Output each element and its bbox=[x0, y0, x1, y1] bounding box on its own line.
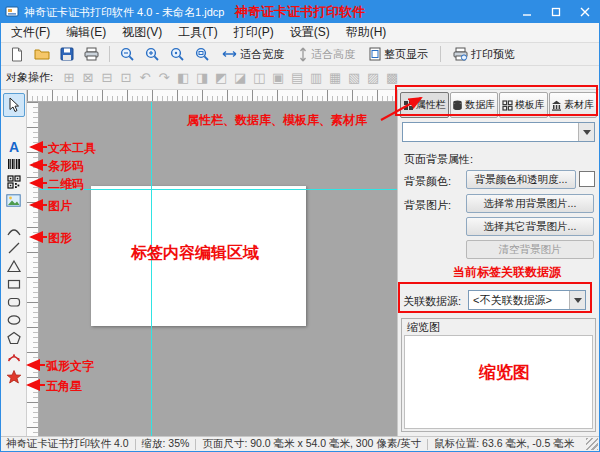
tab-materials[interactable]: 素材库 bbox=[549, 92, 598, 118]
tab-templates[interactable]: 模板库 bbox=[499, 92, 548, 118]
copy-icon[interactable]: ⊞ bbox=[60, 69, 78, 87]
new-document-button[interactable] bbox=[6, 44, 28, 64]
label-page[interactable] bbox=[91, 186, 306, 326]
open-file-button[interactable] bbox=[30, 44, 54, 64]
toolbar-separator bbox=[109, 46, 110, 62]
rounded-rectangle-tool-button[interactable] bbox=[3, 293, 25, 311]
close-button[interactable] bbox=[570, 1, 599, 23]
tab-properties-label: 属性栏 bbox=[416, 98, 446, 112]
app-window: 神奇证卡证书打印软件 4.0 - 未命名1.jdcp 神奇证卡证书打印软件 文件… bbox=[0, 0, 600, 452]
select-tool-button[interactable] bbox=[3, 93, 25, 117]
fit-width-label: 适合宽度 bbox=[240, 47, 284, 62]
maximize-button[interactable] bbox=[541, 1, 570, 23]
menu-edit[interactable]: 编辑(E) bbox=[58, 23, 114, 42]
same-size-icon[interactable]: ▦ bbox=[326, 69, 344, 87]
save-icon bbox=[60, 47, 74, 61]
materials-tab-icon bbox=[551, 100, 562, 111]
same-height-icon[interactable]: ▥ bbox=[307, 69, 325, 87]
arc-shape-icon bbox=[6, 223, 22, 237]
tab-database[interactable]: 数据库 bbox=[450, 92, 499, 118]
tool-palette: A bbox=[1, 90, 27, 436]
minimize-button[interactable] bbox=[512, 1, 541, 23]
rotate-icon[interactable]: ▩ bbox=[383, 69, 401, 87]
design-canvas[interactable] bbox=[39, 102, 397, 436]
cut-icon[interactable]: ⊠ bbox=[79, 69, 97, 87]
status-separator bbox=[195, 439, 196, 450]
zoom-in-button[interactable] bbox=[141, 44, 164, 64]
text-tool-button[interactable]: A bbox=[3, 137, 25, 155]
paste-icon[interactable]: ⊟ bbox=[98, 69, 116, 87]
triangle-tool-button[interactable] bbox=[3, 257, 25, 275]
arc-text-tool-button[interactable] bbox=[3, 347, 25, 365]
delete-icon[interactable]: ⊡ bbox=[117, 69, 135, 87]
bg-other-image-button[interactable]: 选择其它背景图片... bbox=[466, 217, 594, 236]
redo-icon[interactable]: ↷ bbox=[155, 69, 173, 87]
status-mouse-position: 鼠标位置: 63.6 毫米, -0.5 毫米 bbox=[434, 437, 574, 451]
align-left-icon[interactable]: ◧ bbox=[174, 69, 192, 87]
status-bar: 神奇证卡证书打印软件 4.0 缩放: 35% 页面尺寸: 90.0 毫米 x 5… bbox=[1, 436, 599, 451]
printer-icon bbox=[84, 47, 99, 61]
status-zoom: 缩放: 35% bbox=[142, 437, 190, 451]
menu-help[interactable]: 帮助(H) bbox=[338, 23, 395, 42]
fit-height-button[interactable]: 适合高度 bbox=[292, 44, 361, 64]
rectangle-shape-icon bbox=[6, 277, 22, 291]
full-page-icon bbox=[369, 47, 381, 61]
line-tool-button[interactable] bbox=[3, 239, 25, 257]
template-select-dropdown-button[interactable] bbox=[578, 123, 594, 141]
print-button[interactable] bbox=[80, 44, 103, 64]
menu-file[interactable]: 文件(F) bbox=[3, 23, 58, 42]
align-bottom-icon[interactable]: ◪ bbox=[231, 69, 249, 87]
fit-width-icon bbox=[222, 49, 237, 59]
resize-grip[interactable] bbox=[586, 438, 598, 450]
zoom-region-button[interactable] bbox=[191, 44, 214, 64]
datasource-select-value: <不关联数据源> bbox=[469, 293, 569, 308]
same-width-icon[interactable]: ▤ bbox=[288, 69, 306, 87]
zoom-out-button[interactable] bbox=[116, 44, 139, 64]
rectangle-tool-button[interactable] bbox=[3, 275, 25, 293]
align-top-icon[interactable]: ◩ bbox=[212, 69, 230, 87]
menu-settings[interactable]: 设置(S) bbox=[282, 23, 338, 42]
polygon-tool-button[interactable] bbox=[3, 329, 25, 347]
bg-image-label: 背景图片: bbox=[404, 198, 451, 213]
star-tool-button[interactable] bbox=[3, 367, 25, 385]
tab-templates-label: 模板库 bbox=[515, 98, 545, 112]
star-icon bbox=[6, 369, 22, 384]
undo-icon[interactable]: ↶ bbox=[136, 69, 154, 87]
minimize-icon bbox=[522, 7, 532, 17]
tab-properties[interactable]: 属性栏 bbox=[400, 92, 449, 118]
ellipse-shape-icon bbox=[6, 313, 22, 327]
image-tool-button[interactable] bbox=[3, 191, 25, 209]
menu-view[interactable]: 视图(V) bbox=[114, 23, 170, 42]
menu-tools[interactable]: 工具(T) bbox=[170, 23, 225, 42]
send-to-back-icon[interactable]: ▨ bbox=[364, 69, 382, 87]
text-tool-icon: A bbox=[7, 139, 21, 154]
fit-width-button[interactable]: 适合宽度 bbox=[216, 44, 290, 64]
barcode-tool-button[interactable] bbox=[3, 155, 25, 173]
menu-print[interactable]: 打印(P) bbox=[226, 23, 282, 42]
full-page-button[interactable]: 整页显示 bbox=[363, 44, 434, 64]
panel-tabs: 属性栏 数据库 模板库 素材库 bbox=[400, 92, 597, 118]
horizontal-ruler bbox=[27, 90, 397, 102]
tab-materials-label: 素材库 bbox=[564, 98, 594, 112]
zoom-actual-button[interactable] bbox=[166, 44, 189, 64]
zoom-region-icon bbox=[195, 47, 210, 62]
ellipse-tool-button[interactable] bbox=[3, 311, 25, 329]
bg-common-image-button[interactable]: 选择常用背景图片... bbox=[466, 194, 594, 213]
fit-height-icon bbox=[298, 47, 308, 62]
datasource-dropdown-button[interactable] bbox=[569, 291, 585, 309]
template-select[interactable] bbox=[402, 122, 595, 142]
qrcode-tool-button[interactable] bbox=[3, 173, 25, 191]
align-middle-icon[interactable]: ▣ bbox=[269, 69, 287, 87]
triangle-shape-icon bbox=[6, 259, 22, 273]
bring-to-front-icon[interactable]: ▧ bbox=[345, 69, 363, 87]
chevron-down-icon bbox=[583, 130, 591, 135]
align-right-icon[interactable]: ◨ bbox=[193, 69, 211, 87]
save-button[interactable] bbox=[56, 44, 78, 64]
print-preview-button[interactable]: 打印预览 bbox=[447, 44, 521, 64]
align-center-icon[interactable]: ◫ bbox=[250, 69, 268, 87]
arc-tool-button[interactable] bbox=[3, 221, 25, 239]
window-title: 神奇证卡证书打印软件 4.0 - 未命名1.jdcp bbox=[24, 5, 224, 20]
bg-color-button[interactable]: 背景颜色和透明度... bbox=[466, 170, 576, 189]
datasource-select[interactable]: <不关联数据源> bbox=[468, 290, 586, 310]
bg-color-swatch[interactable] bbox=[579, 171, 595, 187]
